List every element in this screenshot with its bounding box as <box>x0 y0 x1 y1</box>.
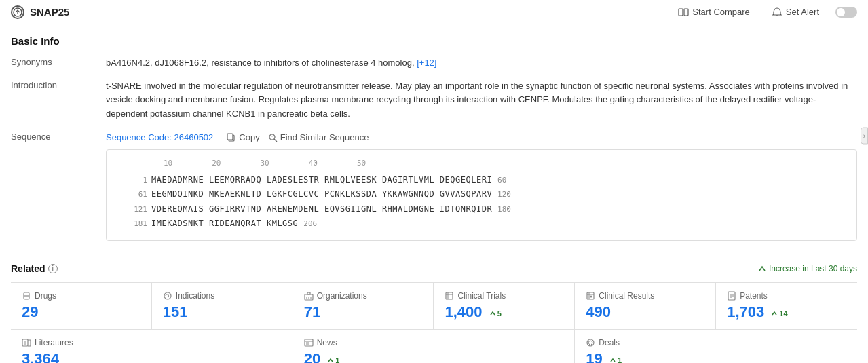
clinical-trials-label: Clinical Trials <box>445 291 563 301</box>
section-divider <box>11 252 857 252</box>
trend-up-icon <box>758 265 766 273</box>
related-cell-news[interactable]: News 20 1 <box>293 330 575 363</box>
seq-line-181: 181 IMEKADSNKT RIDEANQRAT KMLGSG 206 <box>117 217 846 230</box>
indication-icon <box>163 291 172 301</box>
svg-rect-1 <box>679 9 683 16</box>
related-cell-indications[interactable]: Indications 151 <box>152 283 293 329</box>
introduction-label: Introduction <box>11 79 106 90</box>
svg-rect-15 <box>446 292 453 299</box>
related-cell-deals[interactable]: Deals 19 1 <box>575 330 857 363</box>
sequence-label: Sequence <box>11 131 106 142</box>
indications-label: Indications <box>163 291 282 301</box>
literatures-label: Literatures <box>22 338 282 347</box>
set-alert-button[interactable]: Set Alert <box>766 4 825 20</box>
sequence-box: 10 20 30 40 50 1 MAEDADMRNE LEEMQRRADQ L… <box>106 149 857 241</box>
synonyms-value: bA416N4.2, dJ1068F16.2, resistance to in… <box>106 56 857 70</box>
badge-up-icon4 <box>609 357 616 363</box>
svg-point-5 <box>269 134 275 140</box>
copy-icon <box>227 133 236 142</box>
svg-rect-4 <box>227 134 233 140</box>
seq-line-1: 1 MAEDADMRNE LEEMQRRADQ LADESLESTR RMLQL… <box>117 174 846 187</box>
sequence-ruler: 10 20 30 40 50 <box>150 158 846 170</box>
related-header: Related i Increase in Last 30 days <box>11 263 857 274</box>
org-icon <box>304 291 314 301</box>
related-cell-patents[interactable]: Patents 1,703 14 <box>716 283 857 329</box>
basic-info-section: Basic Info Synonyms bA416N4.2, dJ1068F16… <box>11 35 857 241</box>
header-left: SNAP25 <box>11 5 69 19</box>
compare-icon <box>678 7 689 18</box>
related-trend: Increase in Last 30 days <box>758 264 857 273</box>
news-icon <box>304 338 314 347</box>
sequence-header: Sequence Code: 26460502 Copy <box>106 131 857 145</box>
basic-info-title: Basic Info <box>11 35 857 47</box>
clinical-trials-value: 1,400 5 <box>445 303 563 321</box>
news-label: News <box>304 338 564 347</box>
related-info-icon[interactable]: i <box>48 264 58 273</box>
drugs-value: 29 <box>22 303 140 321</box>
seq-line-61: 61 EEGMDQINKD MKEAEKNLTD LGKFCGLCVC PCNK… <box>117 188 846 201</box>
svg-rect-2 <box>684 9 688 16</box>
related-section: Related i Increase in Last 30 days D <box>11 263 857 363</box>
page-title: SNAP25 <box>30 6 69 18</box>
synonyms-row: Synonyms bA416N4.2, dJ1068F16.2, resista… <box>11 56 857 70</box>
copy-button[interactable]: Copy <box>227 132 259 142</box>
news-value: 20 1 <box>304 350 564 363</box>
main-content: Basic Info Synonyms bA416N4.2, dJ1068F16… <box>0 24 868 363</box>
svg-point-9 <box>164 292 171 299</box>
start-compare-button[interactable]: Start Compare <box>673 4 755 20</box>
related-cell-organizations[interactable]: Organizations 71 <box>293 283 434 329</box>
related-cell-drugs[interactable]: Drugs 29 <box>11 283 152 329</box>
introduction-value: t-SNARE involved in the molecular regula… <box>106 79 857 121</box>
sequence-code-link[interactable]: Sequence Code: 26460502 <box>106 131 213 145</box>
related-cell-clinical-results[interactable]: Clinical Results 490 <box>575 283 716 329</box>
trial-icon <box>445 291 454 301</box>
svg-point-21 <box>590 295 592 297</box>
header: SNAP25 Start Compare Set Alert <box>0 0 868 24</box>
related-cell-clinical-trials[interactable]: Clinical Trials 1,400 5 <box>434 283 575 329</box>
sequence-actions: Copy Find Similar Sequence <box>227 132 369 142</box>
patent-icon <box>727 291 736 301</box>
deal-icon <box>586 338 595 347</box>
organizations-label: Organizations <box>304 291 423 301</box>
alert-icon <box>772 7 782 18</box>
svg-line-6 <box>274 139 277 142</box>
clinical-results-label: Clinical Results <box>586 291 704 301</box>
badge-up-icon2 <box>771 310 778 317</box>
related-title: Related i <box>11 263 58 274</box>
deals-label: Deals <box>586 338 846 347</box>
find-similar-button[interactable]: Find Similar Sequence <box>268 132 369 142</box>
seq-line-121: 121 VDEREQMAIS GGFIRRVTND ARENEMDENL EQV… <box>117 203 846 216</box>
synonyms-more-link[interactable]: [+12] <box>417 58 436 68</box>
drug-icon <box>22 291 31 301</box>
related-grid-row2: Literatures 3,364 News 20 <box>11 329 857 363</box>
result-icon <box>586 291 595 301</box>
lit-icon <box>22 338 31 347</box>
drugs-label: Drugs <box>22 291 140 301</box>
patents-label: Patents <box>727 291 846 301</box>
app-logo <box>11 5 24 19</box>
clinical-results-value: 490 <box>586 303 704 321</box>
sequence-value: Sequence Code: 26460502 Copy <box>106 131 857 241</box>
synonyms-label: Synonyms <box>11 56 106 67</box>
search-dna-icon <box>268 133 278 142</box>
patents-badge: 14 <box>771 309 787 318</box>
patents-value: 1,703 14 <box>727 303 846 321</box>
header-right: Start Compare Set Alert <box>673 4 857 20</box>
clinical-trials-badge: 5 <box>489 309 502 318</box>
indications-value: 151 <box>163 303 282 321</box>
scroll-hint[interactable]: › <box>861 128 868 145</box>
toggle-knob <box>837 8 845 16</box>
badge-up-icon3 <box>327 357 334 363</box>
alert-toggle[interactable] <box>835 7 857 18</box>
related-grid-row1: Drugs 29 Indications 151 <box>11 282 857 329</box>
deals-value: 19 1 <box>586 350 846 363</box>
svg-rect-11 <box>307 292 310 294</box>
organizations-value: 71 <box>304 303 423 321</box>
deals-badge: 1 <box>609 356 622 363</box>
introduction-row: Introduction t-SNARE involved in the mol… <box>11 79 857 121</box>
badge-up-icon <box>489 310 496 317</box>
literatures-value: 3,364 <box>22 350 282 363</box>
related-cell-literatures[interactable]: Literatures 3,364 <box>11 330 293 363</box>
sequence-row: Sequence Sequence Code: 26460502 Cop <box>11 131 857 241</box>
news-badge: 1 <box>327 356 339 363</box>
